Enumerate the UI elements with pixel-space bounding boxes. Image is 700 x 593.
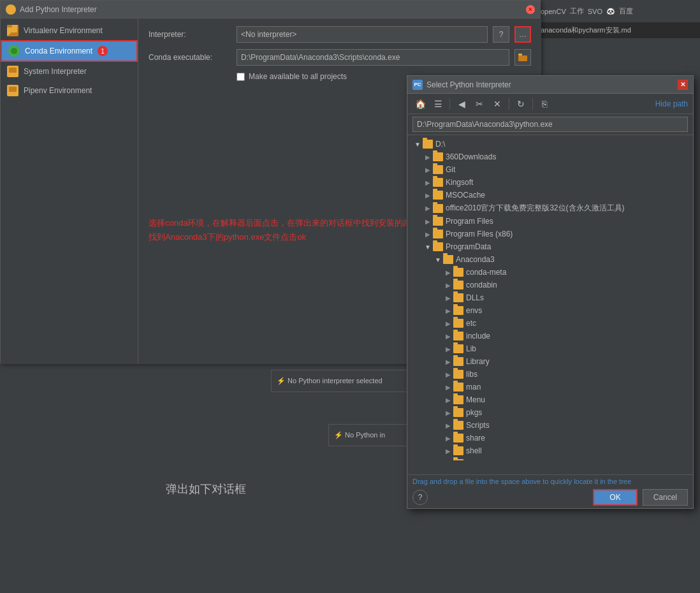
tree-item-scripts[interactable]: ▶ Scripts — [407, 419, 693, 432]
arrow-libs: ▶ — [443, 369, 453, 379]
conda-badge: 1 — [98, 46, 108, 56]
arrow-menu: ▶ — [443, 395, 453, 405]
tree-item-msocache[interactable]: ▶ MSOCache — [407, 189, 693, 201]
tree-item-anaconda3[interactable]: ▼ Anaconda3 — [407, 253, 693, 266]
tree-item-pkgs[interactable]: ▶ pkgs — [407, 406, 693, 419]
conda-input[interactable] — [237, 49, 509, 66]
interpreter-browse-btn[interactable]: … — [514, 26, 531, 43]
interpreter-input[interactable] — [237, 26, 488, 43]
tree-item-dlls[interactable]: ▶ DLLs — [407, 291, 693, 304]
instruction-block: 选择conda环境，在解释器后面点击，在弹出来的对话框中找到安装的路径 找到An… — [149, 216, 419, 244]
sidebar-item-virtualenv[interactable]: Virtualenv Environment — [1, 21, 138, 40]
close-btn-tb[interactable]: ✕ — [490, 96, 505, 112]
folder-icon-shell — [453, 446, 463, 455]
path-input-row — [407, 114, 693, 135]
svg-rect-1 — [518, 54, 522, 55]
sidebar-item-conda[interactable]: Conda Environment 1 — [1, 40, 138, 62]
tree-item-lib[interactable]: ▶ Lib — [407, 342, 693, 355]
tree-item-kingsoft[interactable]: ▶ Kingsoft — [407, 176, 693, 189]
conda-browse-btn[interactable] — [514, 49, 531, 66]
tree-item-programdata[interactable]: ▼ ProgramData — [407, 240, 693, 253]
arrow-programfilesx86: ▶ — [423, 229, 433, 239]
folder-icon-office — [433, 204, 443, 213]
path-input[interactable] — [412, 117, 688, 132]
arrow-scripts: ▶ — [443, 420, 453, 430]
interpreter-row: Interpreter: ? … — [149, 26, 531, 43]
list-btn[interactable]: ☰ — [430, 96, 446, 112]
tree-label-msocache: MSOCache — [446, 191, 485, 200]
tree-item-man[interactable]: ▶ man — [407, 381, 693, 393]
folder-icon-programfilesx86 — [433, 230, 443, 238]
tb-separator-3 — [532, 98, 533, 110]
dialog-close-btn[interactable]: ✕ — [526, 5, 535, 14]
cancel-button[interactable]: Cancel — [643, 489, 688, 506]
select-close-btn[interactable]: ✕ — [678, 80, 688, 90]
toolbar-left: 🏠 ☰ ◀ ✂ ✕ ↻ ⎘ — [412, 96, 552, 112]
tree-item-condabin[interactable]: ▶ condabin — [407, 279, 693, 291]
bg-label2: 工作 — [570, 6, 584, 16]
bg-icon: 🐼 — [606, 7, 615, 15]
arrow-include: ▶ — [443, 331, 453, 341]
home-btn[interactable]: 🏠 — [412, 96, 428, 112]
interpreter-label: Interpreter: — [149, 30, 231, 39]
tree-item-library[interactable]: ▶ Library — [407, 355, 693, 368]
pipenv-label: Pipenv Environment — [24, 86, 92, 95]
select-title-bar: PC Select Python Interpreter ✕ — [407, 76, 693, 94]
tree-label-library: Library — [466, 357, 490, 366]
tree-item-condameta[interactable]: ▶ conda-meta — [407, 266, 693, 279]
tree-label-shell: shell — [466, 446, 482, 455]
folder-icon-condameta — [453, 268, 463, 277]
tree-item-include[interactable]: ▶ include — [407, 330, 693, 342]
tree-item-360[interactable]: ▶ 360Downloads — [407, 150, 693, 163]
hide-path-btn[interactable]: Hide path — [655, 99, 688, 108]
folder-icon-man — [453, 383, 463, 392]
arrow-drive: ▼ — [412, 139, 423, 149]
tree-item-libs[interactable]: ▶ libs — [407, 368, 693, 381]
folder-icon-msocache — [433, 191, 443, 200]
folder-icon-programdata — [433, 242, 443, 251]
arrow-shell: ▶ — [443, 446, 453, 456]
arrow-kingsoft: ▶ — [423, 177, 433, 187]
virtualenv-label: Virtualenv Environment — [24, 26, 103, 35]
tree-item-drive[interactable]: ▼ D:\ — [407, 138, 693, 150]
folder-icon-lib — [453, 344, 463, 353]
select-buttons: ? OK Cancel — [412, 489, 688, 506]
tree-item-programfilesx86[interactable]: ▶ Program Files (x86) — [407, 228, 693, 240]
sidebar-item-system[interactable]: System Interpreter — [1, 62, 138, 81]
folder-icon-anaconda3 — [443, 255, 453, 264]
sidebar-item-pipenv[interactable]: Pipenv Environment — [1, 81, 138, 100]
tree-item-envs[interactable]: ▶ envs — [407, 304, 693, 317]
background-file-tab: anaconda和pycharm安装.md — [536, 22, 700, 38]
arrow-condabin: ▶ — [443, 280, 453, 290]
tree-item-etc[interactable]: ▶ etc — [407, 317, 693, 330]
refresh-btn[interactable]: ↻ — [513, 96, 529, 112]
tree-label-libs: libs — [466, 370, 478, 379]
tree-item-shell[interactable]: ▶ shell — [407, 444, 693, 457]
tree-view[interactable]: ▼ D:\ ▶ 360Downloads ▶ Git ▶ Kingsoft ▶ … — [407, 135, 693, 460]
tree-item-git[interactable]: ▶ Git — [407, 163, 693, 176]
tree-item-sip[interactable]: ▶ sip — [407, 457, 693, 460]
tree-item-programfiles[interactable]: ▶ Program Files — [407, 215, 693, 228]
back-btn[interactable]: ◀ — [454, 96, 469, 112]
bg-label4: 百度 — [619, 6, 633, 16]
system-label: System Interpreter — [24, 67, 87, 76]
tree-label-man: man — [466, 383, 481, 392]
conda-row: Conda executable: — [149, 49, 531, 66]
make-available-checkbox[interactable] — [237, 73, 245, 81]
interpreter-question-btn[interactable]: ? — [493, 26, 509, 43]
tree-label-menu: Menu — [466, 395, 485, 404]
ok-button[interactable]: OK — [593, 489, 637, 506]
system-icon — [7, 66, 18, 77]
copy-btn[interactable]: ⎘ — [537, 96, 552, 112]
select-toolbar: 🏠 ☰ ◀ ✂ ✕ ↻ ⎘ Hide path — [407, 94, 693, 114]
arrow-programfiles: ▶ — [423, 216, 433, 226]
tree-item-share[interactable]: ▶ share — [407, 432, 693, 444]
bg-label3: SVO — [588, 8, 602, 15]
select-bottom: Drag and drop a file into the space abov… — [407, 474, 693, 508]
tree-item-office[interactable]: ▶ office2010官方下载免费完整版32位(含永久激活工具) — [407, 201, 693, 215]
tree-label-programdata: ProgramData — [446, 242, 491, 251]
cut-btn[interactable]: ✂ — [472, 96, 487, 112]
tree-item-menu[interactable]: ▶ Menu — [407, 393, 693, 406]
tree-label-programfilesx86: Program Files (x86) — [446, 230, 513, 238]
help-button[interactable]: ? — [412, 490, 428, 505]
